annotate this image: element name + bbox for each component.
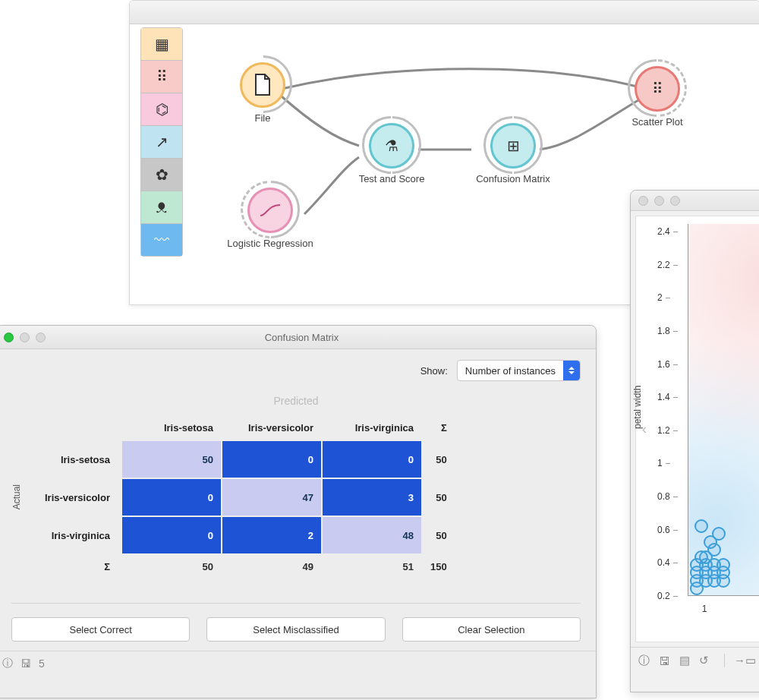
data-point[interactable] [694,519,708,533]
y-tick: 0.6 [657,525,670,535]
select-misclassified-button[interactable]: Select Misclassified [206,617,385,642]
canvas-titlebar[interactable] [130,1,759,24]
col-header[interactable]: Iris-virginica [323,416,421,440]
y-tick: 1.2 [657,425,670,436]
info-icon[interactable]: ⓘ [2,657,13,670]
cm-footer: ⓘ 🖫 5 [0,651,596,676]
node-label: Test and Score [342,173,441,184]
node-label: File [213,112,312,124]
y-tick: 1.4 [657,392,670,402]
y-axis-label: petal width [632,386,643,429]
matrix-cell[interactable]: 2 [222,517,321,553]
node-file[interactable]: File [213,62,312,124]
zoom-icon[interactable] [670,196,680,206]
y-tick: 0.2 [657,591,670,601]
matrix-cell[interactable]: 0 [122,479,221,516]
show-select[interactable]: Number of instances [457,360,581,381]
grand-total: 150 [423,555,455,579]
y-tick: 1.6 [657,359,670,370]
row-header[interactable]: Iris-setosa [37,441,121,478]
sp-titlebar[interactable] [631,191,759,211]
scatter-plot-area[interactable]: ‹ petal width 2.42.221.81.61.41.210.80.6… [635,216,759,642]
y-axis [688,224,688,596]
zoom-icon[interactable] [36,333,46,342]
node-confusion-matrix[interactable]: ⊞ Confusion Matrix [464,123,562,184]
matrix-cell[interactable]: 0 [323,441,421,478]
clear-selection-button[interactable]: Clear Selection [402,617,581,642]
row-sum: 50 [423,441,455,478]
show-label: Show: [420,365,448,377]
data-point[interactable] [694,550,708,564]
node-test-and-score[interactable]: ⚗︎ Test and Score [342,123,441,184]
y-tick: 0.4 [657,557,670,568]
x-tick: 1 [702,604,707,614]
y-tick: 2.4 [657,226,670,237]
matrix-cell[interactable]: 0 [222,441,321,478]
sp-footer: ⓘ 🖫 ▤ ↺ →▭ [631,647,759,673]
window-traffic-lights [638,196,680,206]
y-tick: 1.8 [657,326,670,336]
col-sum: 49 [222,555,321,579]
actual-header: Actual [11,484,22,509]
data-point[interactable] [704,535,717,549]
y-tick: 0.8 [657,491,670,502]
matrix-cell[interactable]: 50 [122,441,221,478]
node-scatter-plot[interactable]: ⠿ Scatter Plot [608,66,707,128]
y-tick: 2 [657,292,663,303]
row-sigma: Σ [37,555,121,579]
reset-icon[interactable]: ↺ [699,654,709,667]
confusion-matrix-window: Confusion Matrix Show: Number of instanc… [0,325,597,698]
col-header[interactable]: Iris-setosa [122,416,221,440]
minimize-icon[interactable] [20,333,30,342]
col-sum: 50 [122,555,221,579]
row-sum: 50 [423,479,455,516]
plot-background [688,224,759,596]
show-select-value: Number of instances [465,365,556,377]
predicted-header: Predicted [11,395,581,407]
y-tick: 2.2 [657,260,670,270]
data-point[interactable] [690,582,704,595]
report-icon[interactable]: ▤ [679,654,690,667]
x-axis [688,595,759,596]
row-header[interactable]: Iris-versicolor [37,479,121,516]
output-count: 5 [39,657,45,670]
node-label: Confusion Matrix [464,173,562,184]
window-title: Confusion Matrix [46,332,558,343]
matrix-cell[interactable]: 48 [323,517,421,553]
matrix-cell[interactable]: 3 [323,479,421,516]
cm-titlebar[interactable]: Confusion Matrix [0,326,596,349]
info-icon[interactable]: ⓘ [638,654,650,668]
node-label: Scatter Plot [608,116,707,128]
y-tick: 1 [657,458,663,468]
close-icon[interactable] [4,333,14,342]
node-logistic-regression[interactable]: Logistic Regression [221,188,320,249]
matrix-cell[interactable]: 0 [122,517,221,553]
minimize-icon[interactable] [654,196,664,206]
data-point[interactable] [716,558,730,572]
save-icon[interactable]: 🖫 [659,654,670,667]
save-icon[interactable]: 🖫 [20,657,31,670]
window-traffic-lights [4,333,46,342]
input-icon[interactable]: →▭ [734,654,756,667]
close-icon[interactable] [638,196,648,206]
col-sum: 51 [323,555,421,579]
confusion-table: Iris-setosa Iris-versicolor Iris-virgini… [36,415,456,580]
chevron-updown-icon [563,361,580,380]
col-header-sigma: Σ [423,416,455,440]
row-header[interactable]: Iris-virginica [37,517,121,553]
select-correct-button[interactable]: Select Correct [11,617,190,642]
row-sum: 50 [423,517,455,553]
node-label: Logistic Regression [221,238,320,249]
col-header[interactable]: Iris-versicolor [222,416,321,440]
scatter-plot-window: ‹ petal width 2.42.221.81.61.41.210.80.6… [630,190,759,692]
matrix-cell[interactable]: 47 [222,479,321,516]
